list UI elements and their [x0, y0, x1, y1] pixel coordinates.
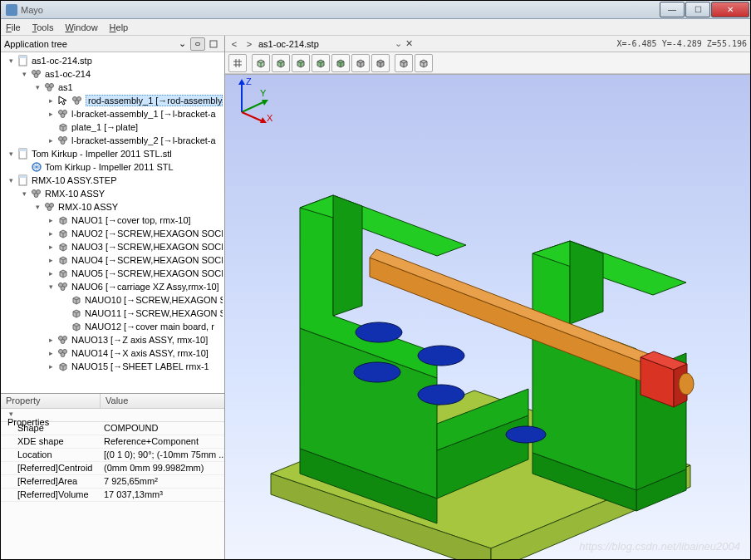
tree-toggle-icon[interactable]	[61, 323, 68, 331]
tab-close-icon[interactable]: ✕	[405, 38, 417, 49]
property-row[interactable]: [Referred]Centroid(0mm 0mm 99.9982mm)	[1, 462, 224, 475]
tree-toggle-icon[interactable]: ▾	[21, 71, 28, 78]
asm-icon	[71, 95, 83, 106]
view-ortho-button[interactable]	[415, 54, 433, 72]
tree-item-label: NAUO2 [→SCREW,HEXAGON SOCK	[71, 228, 223, 238]
tree-toggle-icon[interactable]	[61, 297, 68, 304]
tree-item[interactable]: ▾RMX-10 ASSY	[1, 187, 224, 200]
tree-item-label: RMX-10 ASSY	[58, 202, 118, 212]
tree-item[interactable]: Tom Kirkup - Impeller 2011 STL	[1, 160, 224, 174]
view-right-button[interactable]	[371, 54, 390, 72]
svg-text:Y: Y	[260, 88, 267, 98]
tree-toggle-icon[interactable]: ▸	[47, 111, 55, 118]
asm-icon	[31, 188, 42, 199]
tree-item-label: NAUO12 [→cover main board, r	[85, 322, 214, 332]
tree-item-label: as1	[58, 82, 73, 92]
tree-toggle-icon[interactable]: ▸	[47, 137, 55, 145]
tree-item[interactable]: ▸NAUO13 [→Z axis ASSY, rmx-10]	[1, 333, 224, 346]
tree-item[interactable]: ▸NAUO5 [→SCREW,HEXAGON SOCK	[1, 267, 224, 280]
close-button[interactable]: ✕	[711, 2, 749, 17]
collapse-icon[interactable]	[206, 37, 221, 51]
tree-item[interactable]: ▾NAUO6 [→carriage XZ Assy,rmx-10]	[1, 280, 224, 293]
tree-item[interactable]: ▾as1	[1, 81, 224, 94]
property-row[interactable]: ShapeCOMPOUND	[1, 422, 224, 435]
tab-label[interactable]: as1-oc-214.stp	[258, 39, 391, 49]
menu-file[interactable]: File	[6, 22, 21, 32]
tree-toggle-icon[interactable]: ▸	[47, 336, 55, 344]
tree-toggle-icon[interactable]: ▸	[47, 230, 55, 238]
tree-item[interactable]: ▾as1-oc-214.stp	[1, 54, 224, 67]
svg-point-63	[356, 322, 402, 342]
tree-toggle-icon[interactable]: ▸	[47, 257, 55, 264]
property-value: 7 925,65mm²	[101, 475, 224, 488]
view-front-button[interactable]	[312, 54, 330, 72]
view-iso-button[interactable]	[252, 54, 270, 72]
doc-icon	[17, 174, 29, 186]
maximize-button[interactable]: ☐	[685, 2, 710, 17]
tree-toggle-icon[interactable]	[47, 124, 55, 131]
tree-item[interactable]: ▸l-bracket-assembly_1 [→l-bracket-a	[1, 107, 224, 120]
tree-toggle-icon[interactable]: ▾	[47, 283, 55, 291]
tree-item[interactable]: ▸NAUO4 [→SCREW,HEXAGON SOCK	[1, 253, 224, 267]
tree-item[interactable]: plate_1 [→plate]	[1, 120, 224, 134]
tree-toggle-icon[interactable]: ▾	[7, 177, 15, 184]
view-top-button[interactable]	[272, 54, 290, 72]
tree-toggle-icon[interactable]: ▾	[21, 190, 28, 198]
application-tree[interactable]: ▾as1-oc-214.stp▾as1-oc-214▾as1▸rod-assem…	[1, 52, 224, 393]
tree-item-label: NAUO14 [→X axis ASSY, rmx-10]	[71, 348, 209, 358]
tree-item[interactable]: ▾RMX-10 ASSY	[1, 200, 224, 214]
tree-item[interactable]: ▸NAUO15 [→SHEET LABEL rmx-1	[1, 360, 224, 373]
view-back-button[interactable]	[331, 54, 350, 72]
property-row[interactable]: [Referred]Volume17 037,13mm³	[1, 489, 224, 502]
tree-toggle-icon[interactable]: ▾	[7, 57, 15, 65]
tree-item[interactable]: ▸NAUO2 [→SCREW,HEXAGON SOCK	[1, 227, 224, 240]
tree-item[interactable]: NAUO11 [→SCREW,HEXAGON S	[1, 307, 224, 320]
nav-back-icon[interactable]: <	[228, 39, 240, 49]
svg-rect-19	[19, 149, 27, 151]
3d-canvas[interactable]: Z Y X https://blog.csdn.net/libaineu2004	[225, 74, 750, 559]
tree-item-label: as1-oc-214	[45, 69, 91, 79]
tree-toggle-icon[interactable]: ▾	[7, 150, 15, 158]
tree-toggle-icon[interactable]: ▾	[34, 204, 42, 211]
tree-toggle-icon[interactable]: ▾	[34, 84, 42, 91]
menu-tools[interactable]: Tools	[32, 22, 54, 32]
property-key: Shape	[1, 422, 101, 435]
minimize-button[interactable]: —	[660, 2, 685, 17]
tree-item[interactable]: NAUO10 [→SCREW,HEXAGON S	[1, 293, 224, 307]
tree-item[interactable]: ▸NAUO14 [→X axis ASSY, rmx-10]	[1, 346, 224, 360]
properties-header: Property Value	[1, 394, 224, 409]
view-fit-button[interactable]	[228, 54, 247, 72]
property-row[interactable]: [Referred]Area7 925,65mm²	[1, 475, 224, 489]
nav-forward-icon[interactable]: >	[243, 39, 255, 49]
property-row[interactable]: Location[(0 1 0); 90°; (-10mm 75mm ...	[1, 449, 224, 462]
tree-toggle-icon[interactable]: ▸	[47, 363, 55, 371]
menu-window[interactable]: Window	[65, 22, 97, 32]
svg-point-8	[47, 87, 52, 91]
view-persp-button[interactable]	[395, 54, 413, 72]
property-row[interactable]: XDE shapeReference+Component	[1, 435, 224, 449]
view-left-button[interactable]	[351, 54, 370, 72]
tree-item[interactable]: ▸NAUO1 [→cover top, rmx-10]	[1, 214, 224, 227]
tree-toggle-icon[interactable]: ▸	[47, 97, 55, 105]
tree-toggle-icon[interactable]	[21, 164, 28, 171]
tab-dropdown-icon[interactable]: ⌄	[395, 38, 402, 49]
tree-toggle-icon[interactable]: ▸	[47, 270, 55, 278]
tree-item[interactable]: ▸rod-assembly_1 [→rod-assembly]	[1, 94, 224, 107]
tree-item[interactable]: ▸NAUO3 [→SCREW,HEXAGON SOCK	[1, 240, 224, 253]
link-icon[interactable]	[190, 37, 205, 51]
tree-toggle-icon[interactable]: ▸	[47, 217, 55, 224]
properties-group[interactable]: ▾Properties	[1, 409, 224, 422]
tree-item[interactable]: NAUO12 [→cover main board, r	[1, 320, 224, 333]
menu-help[interactable]: Help	[110, 22, 129, 32]
view-bottom-button[interactable]	[292, 54, 310, 72]
tree-toggle-icon[interactable]	[61, 310, 68, 317]
tree-toggle-icon[interactable]: ▸	[47, 350, 55, 357]
tree-item[interactable]: ▾RMX-10 ASSY.STEP	[1, 174, 224, 187]
tree-dropdown-icon[interactable]: ⌄	[174, 37, 189, 51]
viewer-tabbar: < > as1-oc-214.stp ⌄ ✕ X=-6.485 Y=-4.289…	[225, 36, 750, 52]
tree-item-label: l-bracket-assembly_2 [→l-bracket-a	[71, 135, 216, 145]
tree-item[interactable]: ▸l-bracket-assembly_2 [→l-bracket-a	[1, 134, 224, 147]
tree-toggle-icon[interactable]: ▸	[47, 243, 55, 251]
tree-item[interactable]: ▾Tom Kirkup - Impeller 2011 STL.stl	[1, 147, 224, 160]
tree-item[interactable]: ▾as1-oc-214	[1, 67, 224, 81]
